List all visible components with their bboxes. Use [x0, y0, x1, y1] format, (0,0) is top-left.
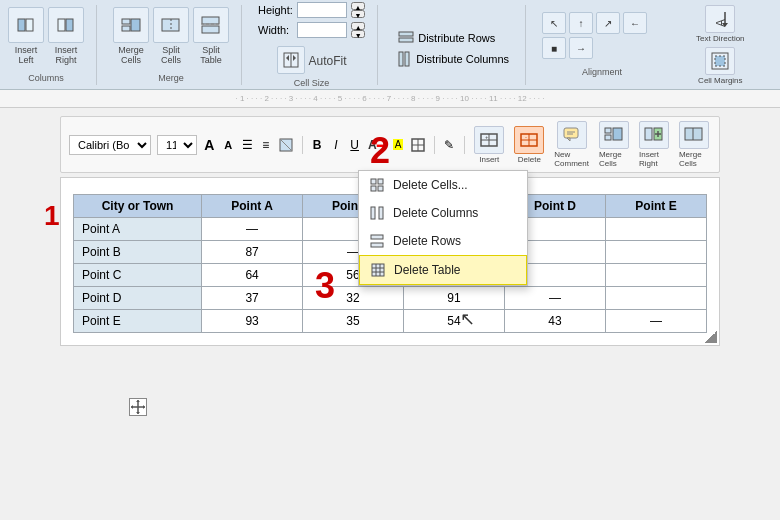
align-ml-icon[interactable]: ← [623, 12, 647, 34]
col-header-city[interactable]: City or Town [74, 195, 202, 218]
col-header-a[interactable]: Point A [202, 195, 303, 218]
insert-left-icon [8, 7, 44, 43]
cell-d-b[interactable]: 32 [303, 287, 404, 310]
delete-table-icon [370, 262, 386, 278]
cell-c-a[interactable]: 64 [202, 264, 303, 287]
cell-d-c[interactable]: 91 [404, 287, 505, 310]
height-label: Height: [258, 4, 293, 16]
font-shrink-btn[interactable]: A [222, 134, 235, 156]
height-down-btn[interactable]: ▼ [351, 10, 365, 18]
split-table-btn[interactable]: SplitTable [193, 7, 229, 65]
merge-cells-toolbar-label: Merge Cells [599, 150, 629, 168]
font-grow-btn[interactable]: A [203, 134, 216, 156]
delete-table-item[interactable]: Delete Table [359, 255, 527, 285]
highlight-btn[interactable]: A [392, 134, 405, 156]
split-cells-btn[interactable]: SplitCells [153, 7, 189, 65]
alignment-section-label: Alignment [582, 67, 622, 77]
align-tr-icon[interactable]: ↗ [596, 12, 620, 34]
width-input[interactable] [297, 22, 347, 38]
cell-e-d[interactable]: 43 [504, 310, 605, 333]
align-mr-icon[interactable]: → [569, 37, 593, 59]
columns-section-label: Columns [28, 73, 64, 83]
cell-margins-btn[interactable]: Cell Margins [696, 47, 744, 85]
cell-a-e[interactable] [605, 218, 706, 241]
split-table-icon [193, 7, 229, 43]
row-label-a[interactable]: Point A [74, 218, 202, 241]
new-comment-label: New Comment [554, 150, 589, 168]
row-label-e[interactable]: Point E [74, 310, 202, 333]
ribbon-alignment-section: ↖ ↑ ↗ ← ■ → Alignment [542, 5, 674, 85]
svg-rect-24 [715, 56, 725, 66]
distribute-columns-btn[interactable]: Distribute Columns [394, 49, 513, 69]
autofit-btn[interactable]: AutoFit [277, 46, 347, 74]
bold-btn[interactable]: B [311, 134, 324, 156]
cell-d-a[interactable]: 37 [202, 287, 303, 310]
table-resize-handle[interactable] [705, 331, 717, 343]
delete-cells-item[interactable]: Delete Cells... [359, 171, 527, 199]
insert-right-toolbar-label: Insert Right [639, 150, 669, 168]
cell-b-e[interactable] [605, 241, 706, 264]
cell-margins-icon [705, 47, 735, 75]
merge-cells2-toolbar-btn[interactable]: Merge Cells [679, 121, 709, 168]
font-size-select[interactable]: 11 [157, 135, 197, 155]
cell-e-c[interactable]: 54 [404, 310, 505, 333]
cell-e-b[interactable]: 35 [303, 310, 404, 333]
merge-cells-ribbon-btn[interactable]: MergeCells [113, 7, 149, 65]
split-table-label: SplitTable [200, 45, 222, 65]
toolbar-sep1 [302, 136, 303, 154]
shading-btn[interactable] [278, 134, 294, 156]
cell-e-e[interactable]: — [605, 310, 706, 333]
delete-columns-item[interactable]: Delete Columns [359, 199, 527, 227]
merge-cells-toolbar-btn[interactable]: Merge Cells [599, 121, 629, 168]
svg-rect-64 [371, 243, 383, 247]
align-tc-icon[interactable]: ↑ [569, 12, 593, 34]
delete-rows-item[interactable]: Delete Rows [359, 227, 527, 255]
bullet-list-btn[interactable]: ☰ [241, 134, 254, 156]
distribute-rows-btn[interactable]: Distribute Rows [394, 29, 513, 47]
align-tl-icon[interactable]: ↖ [542, 12, 566, 34]
eraser-btn[interactable]: ✎ [443, 134, 456, 156]
delete-toolbar-btn[interactable]: - Delete [514, 126, 544, 164]
cell-c-e[interactable] [605, 264, 706, 287]
svg-rect-43 [605, 135, 611, 140]
height-input[interactable] [297, 2, 347, 18]
height-up-btn[interactable]: ▲ [351, 2, 365, 10]
svg-rect-42 [605, 128, 611, 133]
ribbon-cell-size-section: Height: ▲ ▼ Width: ▲ ▼ [258, 5, 378, 85]
cell-e-a[interactable]: 93 [202, 310, 303, 333]
svg-rect-4 [122, 19, 130, 24]
align-mc-icon[interactable]: ■ [542, 37, 566, 59]
table-row: Point E 93 35 54 43 — [74, 310, 707, 333]
ruler: · 1 · · · · 2 · · · · 3 · · · · 4 · · · … [0, 90, 780, 108]
borders-btn[interactable] [410, 134, 426, 156]
svg-rect-45 [645, 128, 652, 140]
svg-rect-38 [564, 128, 578, 138]
row-label-d[interactable]: Point D [74, 287, 202, 310]
col-header-e[interactable]: Point E [605, 195, 706, 218]
row-label-b[interactable]: Point B [74, 241, 202, 264]
underline-btn[interactable]: U [348, 134, 361, 156]
insert-right-toolbar-btn[interactable]: Insert Right [639, 121, 669, 168]
insert-toolbar-btn[interactable]: + Insert [474, 126, 504, 164]
insert-left-btn[interactable]: InsertLeft [8, 7, 44, 65]
table-row: Point D 37 32 91 — [74, 287, 707, 310]
text-direction-label: Text Direction [696, 34, 744, 43]
cell-b-a[interactable]: 87 [202, 241, 303, 264]
row-label-c[interactable]: Point C [74, 264, 202, 287]
italic-btn[interactable]: I [330, 134, 343, 156]
insert-right-btn[interactable]: InsertRight [48, 7, 84, 65]
width-up-btn[interactable]: ▲ [351, 22, 365, 30]
font-color-btn[interactable]: A▬ [367, 134, 386, 156]
numbered-list-btn[interactable]: ≡ [260, 134, 273, 156]
cell-d-e[interactable] [605, 287, 706, 310]
svg-rect-61 [371, 207, 375, 219]
cell-a-a[interactable]: — [202, 218, 303, 241]
new-comment-btn[interactable]: New Comment [554, 121, 589, 168]
width-down-btn[interactable]: ▼ [351, 30, 365, 38]
text-direction-btn[interactable]: A Text Direction [696, 5, 744, 43]
font-select[interactable]: Calibri (Bo [69, 135, 151, 155]
delete-cells-label: Delete Cells... [393, 178, 468, 192]
cell-d-d[interactable]: — [504, 287, 605, 310]
table-move-handle[interactable] [129, 398, 147, 416]
width-label: Width: [258, 24, 289, 36]
